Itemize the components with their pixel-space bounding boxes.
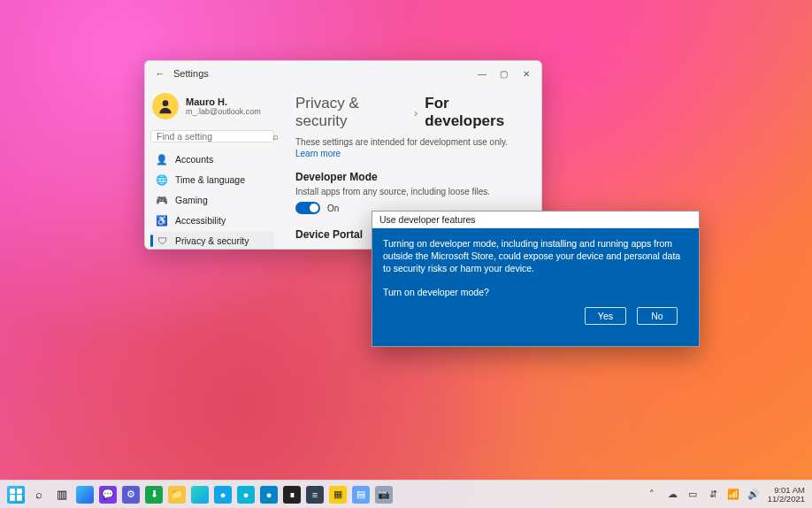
camera-button[interactable]: 📷 — [375, 486, 393, 504]
minimize-button[interactable]: — — [472, 69, 492, 79]
taskbar-app[interactable]: ● — [214, 486, 232, 504]
battery-icon[interactable]: ▭ — [686, 489, 700, 500]
maximize-button[interactable]: ▢ — [494, 69, 514, 79]
sidebar-item-accessibility[interactable]: ♿ Accessibility — [150, 211, 274, 230]
settings-sidebar: Mauro H. m_.lab@outlook.com ⌕ 👤 Accounts… — [145, 86, 280, 249]
chevron-right-icon: › — [414, 106, 417, 119]
onedrive-icon[interactable]: ☁ — [666, 489, 679, 500]
file-explorer-button[interactable]: 📁 — [168, 486, 186, 504]
yes-button[interactable]: Yes — [585, 307, 626, 325]
sidebar-item-accounts[interactable]: 👤 Accounts — [150, 150, 274, 169]
terminal-button[interactable]: ∎ — [283, 486, 301, 504]
search-input[interactable] — [157, 131, 272, 142]
window-controls: — ▢ ✕ — [472, 68, 536, 79]
tray-overflow-button[interactable]: ˄ — [646, 489, 659, 500]
sidebar-item-label: Gaming — [175, 195, 208, 205]
intro-text: These settings are intended for developm… — [295, 137, 525, 147]
sidebar-item-time[interactable]: 🌐 Time & language — [150, 170, 274, 189]
taskbar-app[interactable]: ⬇ — [145, 486, 163, 504]
developer-mode-toggle[interactable] — [295, 202, 320, 214]
taskbar-app[interactable]: ▦ — [329, 486, 347, 504]
breadcrumb: Privacy & security › For developers — [295, 95, 525, 130]
svg-point-0 — [163, 100, 169, 106]
wifi-icon[interactable]: 📶 — [727, 489, 740, 500]
search-button[interactable]: ⌕ — [30, 486, 48, 504]
profile-block[interactable]: Mauro H. m_.lab@outlook.com — [150, 89, 274, 127]
dialog-body: Turning on developer mode, including ins… — [372, 228, 699, 346]
developer-mode-heading: Developer Mode — [295, 171, 525, 183]
no-button[interactable]: No — [637, 307, 678, 325]
settings-nav: 👤 Accounts 🌐 Time & language 🎮 Gaming ♿ … — [150, 150, 274, 250]
taskbar-app[interactable]: ● — [237, 486, 255, 504]
taskbar-clock[interactable]: 9:01 AM 11/2/2021 — [768, 486, 805, 504]
sidebar-item-label: Accounts — [175, 154, 213, 165]
sidebar-item-gaming[interactable]: 🎮 Gaming — [150, 190, 274, 210]
taskbar-app[interactable]: ● — [260, 486, 278, 504]
avatar — [152, 93, 179, 119]
dialog-question: Turn on developer mode? — [383, 286, 688, 298]
taskbar-app[interactable]: ≡ — [306, 486, 324, 504]
person-icon: 👤 — [156, 154, 168, 165]
developer-mode-sub: Install apps from any source, including … — [295, 187, 525, 196]
widgets-button[interactable] — [76, 486, 94, 504]
breadcrumb-parent[interactable]: Privacy & security — [295, 95, 407, 130]
taskbar-app[interactable]: ⚙ — [122, 486, 140, 504]
breadcrumb-current: For developers — [425, 95, 525, 130]
edge-button[interactable] — [191, 486, 209, 504]
sidebar-item-label: Accessibility — [175, 215, 226, 226]
search-icon: ⌕ — [272, 131, 279, 142]
network-activity-icon[interactable]: ⇵ — [707, 489, 720, 500]
volume-icon[interactable]: 🔊 — [747, 489, 761, 500]
start-button[interactable] — [7, 486, 25, 504]
search-box[interactable]: ⌕ — [150, 130, 274, 142]
taskbar-left: ⌕ ▥ 💬 ⚙ ⬇ 📁 ● ● ● ∎ ≡ ▦ ▤ 📷 — [7, 486, 393, 504]
learn-more-link[interactable]: Learn more — [295, 149, 525, 158]
taskbar: ⌕ ▥ 💬 ⚙ ⬇ 📁 ● ● ● ∎ ≡ ▦ ▤ 📷 ˄ ☁ ▭ ⇵ 📶 🔊 … — [0, 480, 812, 508]
profile-email: m_.lab@outlook.com — [186, 107, 261, 116]
taskbar-right: ˄ ☁ ▭ ⇵ 📶 🔊 9:01 AM 11/2/2021 — [646, 486, 805, 504]
taskbar-app[interactable]: ▤ — [352, 486, 370, 504]
titlebar[interactable]: ← Settings — ▢ ✕ — [145, 61, 541, 86]
clock-time: 9:01 AM — [768, 486, 805, 495]
sidebar-item-privacy[interactable]: 🛡 Privacy & security — [150, 231, 274, 250]
close-button[interactable]: ✕ — [517, 69, 536, 79]
dialog-warning-text: Turning on developer mode, including ins… — [383, 237, 688, 275]
sidebar-item-label: Time & language — [175, 174, 245, 185]
profile-name: Mauro H. — [186, 96, 261, 107]
accessibility-icon: ♿ — [156, 215, 168, 227]
gaming-icon: 🎮 — [156, 195, 168, 206]
dialog-title: Use developer features — [372, 212, 699, 228]
shield-icon: 🛡 — [156, 235, 168, 246]
clock-date: 11/2/2021 — [768, 495, 805, 504]
window-title: Settings — [173, 68, 209, 79]
toggle-state-label: On — [327, 204, 339, 213]
developer-features-dialog: Use developer features Turning on develo… — [372, 211, 700, 347]
task-view-button[interactable]: ▥ — [53, 486, 71, 504]
back-button[interactable]: ← — [150, 68, 170, 79]
globe-icon: 🌐 — [156, 174, 168, 186]
windows-logo-icon — [7, 486, 25, 504]
chat-button[interactable]: 💬 — [99, 486, 117, 504]
sidebar-item-label: Privacy & security — [175, 235, 249, 246]
